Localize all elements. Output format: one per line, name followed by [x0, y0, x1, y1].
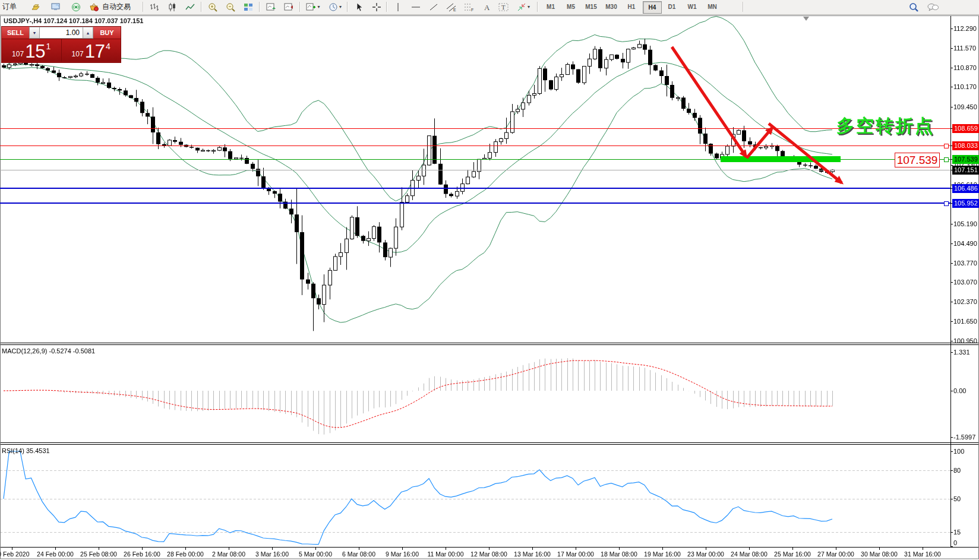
macd-indicator-label: MACD(12,26,9) -0.5274 -0.5081 — [2, 347, 95, 355]
hline-108.659[interactable] — [0, 128, 950, 129]
sell-button[interactable]: SELL — [2, 27, 29, 39]
date-tick: 24 Feb 00:00 — [37, 550, 74, 558]
price-line-label: 108.033 — [952, 141, 979, 150]
autotrading-button[interactable]: 自动交易 — [100, 1, 133, 13]
zoom-in-icon[interactable] — [204, 1, 221, 13]
timeframe-mn[interactable]: MN — [703, 1, 721, 12]
signal-icon[interactable] — [68, 1, 84, 13]
date-tick: 28 Feb 00:00 — [167, 550, 204, 558]
date-tick: 12 Mar 08:00 — [470, 550, 507, 558]
price-tick: 103.070 — [953, 279, 977, 286]
sell-price-big: 15 — [25, 43, 45, 61]
magnifier-icon[interactable] — [905, 1, 922, 13]
toolbar: 订单 自动交易 ▾ — [0, 0, 979, 15]
timeframe-h4[interactable]: H4 — [643, 1, 662, 14]
line-chart-icon[interactable] — [182, 1, 198, 13]
volume-up-button[interactable]: ▲ — [83, 27, 93, 39]
timeframe-m30[interactable]: M30 — [602, 1, 620, 12]
date-tick: 13 Mar 16:00 — [514, 550, 551, 558]
volume-input[interactable]: 1.00 — [40, 27, 83, 39]
period-icon[interactable]: ▾ — [326, 1, 345, 13]
crosshair-icon[interactable] — [368, 1, 385, 13]
buy-price-big: 17 — [85, 43, 105, 61]
tile-windows-icon[interactable] — [240, 1, 257, 13]
channel-icon[interactable]: E — [443, 1, 460, 13]
price-tick: 109.450 — [953, 103, 977, 110]
fibonacci-icon[interactable]: F — [461, 1, 478, 13]
date-tick: 30 Mar 08:00 — [861, 550, 898, 558]
timeframe-w1[interactable]: W1 — [683, 1, 701, 12]
rsi-tick: 0 — [953, 539, 957, 546]
timeframe-m1[interactable]: M1 — [542, 1, 560, 12]
date-tick: 25 Feb 08:00 — [80, 550, 117, 558]
buy-button[interactable]: BUY — [93, 27, 121, 39]
chat-icon[interactable] — [924, 1, 941, 13]
timeframe-m5[interactable]: M5 — [562, 1, 580, 12]
line-handle[interactable] — [944, 144, 949, 148]
buy-price-prefix: 107 — [72, 50, 84, 58]
auto-scroll-icon[interactable] — [263, 1, 279, 13]
horizontal-line-icon[interactable] — [408, 1, 424, 13]
rsi-tick: 80 — [953, 467, 961, 474]
macd-tick: 1.331 — [953, 349, 970, 356]
rsi-tick: 50 — [953, 495, 961, 502]
price-tick: 102.370 — [953, 298, 977, 305]
hline-107.151[interactable] — [0, 170, 950, 170]
zoom-out-icon[interactable] — [222, 1, 239, 13]
candlestick-icon[interactable] — [164, 1, 181, 13]
line-handle[interactable] — [944, 201, 949, 206]
indicators-icon[interactable]: ▾ — [303, 1, 323, 13]
date-tick: 19 Mar 16:00 — [644, 550, 681, 558]
sell-price-tile[interactable]: 107151 — [2, 39, 62, 62]
date-tick: 6 Mar 08:00 — [342, 550, 375, 558]
price-callout-label[interactable]: 107.539 — [895, 153, 940, 167]
price-tick: 110.870 — [953, 64, 977, 71]
timeframe-d1[interactable]: D1 — [663, 1, 681, 12]
cursor-icon[interactable] — [350, 1, 367, 13]
price-line-label: 106.486 — [952, 184, 979, 193]
arrows-icon[interactable]: ▾ — [513, 1, 533, 13]
date-tick: 20 Feb 2020 — [0, 550, 29, 558]
trendline-icon[interactable] — [425, 1, 442, 13]
sell-price-prefix: 107 — [12, 50, 24, 58]
date-tick: 17 Mar 00:00 — [557, 550, 594, 558]
line-handle[interactable] — [944, 157, 949, 162]
price-tick: 111.570 — [953, 45, 976, 52]
hline-106.486[interactable] — [0, 188, 950, 189]
chart-area[interactable] — [0, 0, 979, 560]
buy-price-tile[interactable]: 107174 — [62, 39, 121, 62]
chart-shift-marker-icon[interactable] — [803, 17, 809, 21]
hline-105.952[interactable] — [0, 203, 950, 204]
support-zone-bar[interactable] — [721, 156, 841, 162]
hline-108.033[interactable] — [0, 145, 950, 146]
timeframe-m15[interactable]: M15 — [582, 1, 600, 12]
price-tick: 104.490 — [953, 240, 977, 247]
price-line-label: 107.539 — [952, 155, 979, 164]
bar-chart-icon[interactable] — [146, 1, 163, 13]
volume-down-button[interactable]: ▼ — [29, 27, 40, 39]
price-tick: 103.770 — [953, 260, 977, 267]
gold-icon[interactable] — [27, 1, 44, 13]
chart-shift-icon[interactable] — [280, 1, 297, 13]
label-icon[interactable]: T — [495, 1, 512, 13]
turning-point-annotation[interactable]: 多空转折点 — [836, 114, 934, 138]
text-icon[interactable]: A — [479, 1, 495, 13]
macd-tick: 0.00 — [953, 387, 966, 394]
date-tick: 3 Mar 16:00 — [255, 550, 289, 558]
date-tick: 5 Mar 00:00 — [299, 550, 332, 558]
mt4-terminal: 订单 自动交易 ▾ — [0, 0, 979, 560]
one-click-trading-panel: SELL ▼ 1.00 ▲ BUY 107151 107174 — [1, 26, 121, 63]
date-tick: 25 Mar 16:00 — [774, 550, 811, 558]
timeframe-h1[interactable]: H1 — [623, 1, 640, 12]
price-line-label: 108.659 — [952, 124, 979, 133]
date-tick: 27 Mar 00:00 — [817, 550, 854, 558]
buy-price-sup: 4 — [106, 42, 110, 51]
terminal-icon[interactable] — [48, 1, 64, 13]
vertical-line-icon[interactable] — [390, 1, 406, 13]
macd-tick: -1.5997 — [953, 434, 975, 441]
svg-text:E: E — [453, 8, 456, 12]
date-tick: 9 Mar 16:00 — [386, 550, 419, 558]
price-tick: 100.950 — [953, 337, 977, 344]
date-tick: 2 Mar 08:00 — [212, 550, 245, 558]
new-order-button[interactable]: 订单 — [0, 1, 19, 13]
